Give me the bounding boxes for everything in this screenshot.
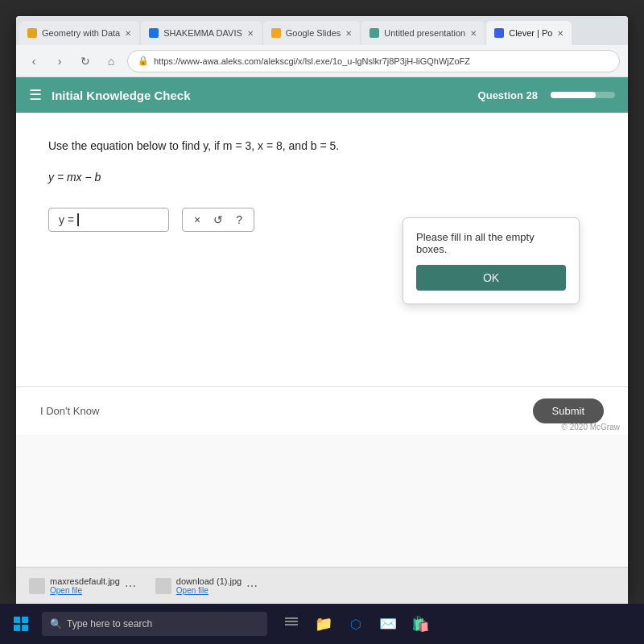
download-item-2: download (1).jpg Open file ⋯ bbox=[155, 576, 258, 595]
taskbar: 🔍 Type here to search 📁 ⬡ ✉️ 🛍️ bbox=[0, 604, 644, 644]
cursor bbox=[77, 213, 79, 226]
tab-favicon-shakemma bbox=[149, 28, 159, 38]
download-more-1[interactable]: ⋯ bbox=[125, 580, 136, 592]
action-bar: I Don't Know Submit bbox=[16, 386, 628, 435]
svg-rect-5 bbox=[285, 624, 298, 625]
aleks-content: ☰ Initial Knowledge Check Question 28 Us… bbox=[16, 77, 628, 596]
tab-label-shakemma: SHAKEMMA DAVIS bbox=[163, 28, 242, 38]
windows-logo-icon bbox=[13, 616, 29, 632]
lock-icon: 🔒 bbox=[138, 56, 149, 66]
popup-message: Please fill in all the empty boxes. bbox=[416, 231, 566, 255]
download-name-2: download (1).jpg bbox=[176, 576, 242, 586]
download-thumb-1 bbox=[29, 578, 45, 594]
tab-favicon-presentation bbox=[369, 28, 379, 38]
tab-close-slides[interactable]: ✕ bbox=[345, 29, 352, 38]
question-text: Use the equation below to find y, if m =… bbox=[48, 137, 596, 155]
forward-button[interactable]: › bbox=[50, 52, 69, 71]
task-view-icon[interactable] bbox=[280, 613, 303, 635]
download-name-1: maxresdefault.jpg bbox=[50, 576, 120, 586]
undo-button[interactable]: ↺ bbox=[213, 213, 223, 226]
tab-clever[interactable]: Clever | Po ✕ bbox=[486, 21, 572, 45]
open-file-link-1[interactable]: Open file bbox=[50, 586, 120, 595]
taskbar-search[interactable]: 🔍 Type here to search bbox=[42, 612, 267, 636]
svg-rect-2 bbox=[14, 625, 20, 631]
question-area: Use the equation below to find y, if m =… bbox=[16, 113, 628, 435]
back-button[interactable]: ‹ bbox=[24, 52, 43, 71]
address-bar: ‹ › ↻ ⌂ 🔒 https://www-awa.aleks.com/alek… bbox=[16, 45, 628, 77]
copyright: © 2020 McGraw bbox=[562, 423, 620, 431]
tab-geometry[interactable]: Geometry with Data ✕ bbox=[19, 21, 139, 45]
answer-input-box[interactable]: y = bbox=[48, 208, 169, 232]
url-bar[interactable]: 🔒 https://www-awa.aleks.com/alekscgi/x/l… bbox=[127, 50, 620, 72]
svg-rect-6 bbox=[285, 617, 298, 619]
tab-slides[interactable]: Google Slides ✕ bbox=[263, 21, 361, 45]
search-icon: 🔍 bbox=[50, 618, 62, 630]
edge-icon[interactable]: ⬡ bbox=[345, 613, 367, 635]
mail-icon[interactable]: ✉️ bbox=[377, 613, 399, 635]
tab-close-geometry[interactable]: ✕ bbox=[125, 29, 131, 38]
tab-label-slides: Google Slides bbox=[286, 28, 341, 38]
tab-close-clever[interactable]: ✕ bbox=[557, 29, 564, 38]
start-button[interactable] bbox=[6, 609, 35, 638]
tab-favicon-geometry bbox=[27, 28, 37, 38]
tab-label-clever: Clever | Po bbox=[509, 28, 552, 38]
ok-button[interactable]: OK bbox=[416, 265, 566, 291]
question-number: Question 28 bbox=[478, 89, 538, 101]
help-button[interactable]: ? bbox=[236, 213, 242, 226]
screen: Geometry with Data ✕ SHAKEMMA DAVIS ✕ Go… bbox=[0, 0, 644, 644]
multiply-button[interactable]: × bbox=[194, 213, 200, 226]
open-file-link-2[interactable]: Open file bbox=[176, 586, 242, 595]
question-section: Question 28 bbox=[478, 89, 615, 101]
tab-favicon-slides bbox=[271, 28, 281, 38]
tool-box: × ↺ ? bbox=[182, 208, 254, 232]
download-item-1: maxresdefault.jpg Open file ⋯ bbox=[29, 576, 136, 595]
progress-fill bbox=[551, 92, 596, 98]
answer-label: y = bbox=[59, 213, 74, 226]
download-info-1: maxresdefault.jpg Open file bbox=[50, 576, 120, 595]
progress-bar bbox=[551, 92, 615, 98]
home-button[interactable]: ⌂ bbox=[101, 52, 121, 71]
dont-know-button[interactable]: I Don't Know bbox=[40, 405, 99, 417]
svg-rect-0 bbox=[14, 617, 20, 623]
refresh-button[interactable]: ↻ bbox=[76, 52, 95, 71]
download-info-2: download (1).jpg Open file bbox=[176, 576, 242, 595]
tab-close-shakemma[interactable]: ✕ bbox=[247, 29, 254, 38]
tab-label-presentation: Untitled presentation bbox=[384, 28, 465, 38]
submit-button[interactable]: Submit bbox=[533, 398, 604, 423]
svg-rect-1 bbox=[22, 617, 28, 623]
svg-rect-4 bbox=[285, 621, 298, 622]
header-title: Initial Knowledge Check bbox=[52, 89, 191, 102]
task-view-svg bbox=[284, 617, 299, 631]
menu-icon[interactable]: ☰ bbox=[29, 86, 42, 104]
tab-bar: Geometry with Data ✕ SHAKEMMA DAVIS ✕ Go… bbox=[16, 16, 628, 45]
search-placeholder: Type here to search bbox=[67, 618, 152, 630]
downloads-bar: maxresdefault.jpg Open file ⋯ download (… bbox=[16, 567, 628, 604]
aleks-header: ☰ Initial Knowledge Check Question 28 bbox=[16, 77, 628, 113]
equation-display: y = mx − b bbox=[48, 171, 596, 184]
url-text: https://www-awa.aleks.com/alekscgi/x/lsl… bbox=[154, 56, 470, 66]
svg-rect-3 bbox=[22, 625, 28, 631]
taskbar-system-icons: 📁 ⬡ ✉️ 🛍️ bbox=[280, 613, 431, 635]
tab-shakemma[interactable]: SHAKEMMA DAVIS ✕ bbox=[141, 21, 262, 45]
store-icon[interactable]: 🛍️ bbox=[409, 613, 431, 635]
tab-favicon-clever bbox=[494, 28, 504, 38]
browser-window: Geometry with Data ✕ SHAKEMMA DAVIS ✕ Go… bbox=[16, 16, 628, 596]
tab-close-presentation[interactable]: ✕ bbox=[470, 29, 477, 38]
download-more-2[interactable]: ⋯ bbox=[246, 580, 258, 592]
download-thumb-2 bbox=[155, 578, 171, 594]
file-explorer-icon[interactable]: 📁 bbox=[312, 613, 335, 635]
tab-label-geometry: Geometry with Data bbox=[42, 28, 120, 38]
popup-dialog: Please fill in all the empty boxes. OK bbox=[402, 217, 580, 304]
tab-presentation[interactable]: Untitled presentation ✕ bbox=[361, 21, 485, 45]
